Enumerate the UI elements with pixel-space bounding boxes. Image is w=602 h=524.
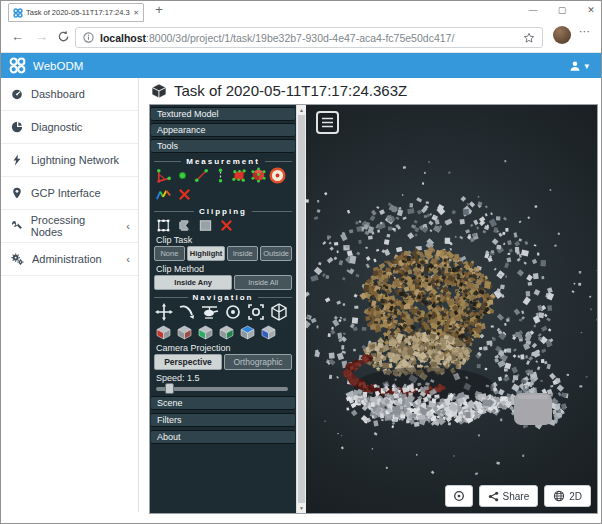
viewer-button-bar: Share 2D <box>445 485 591 507</box>
sidebar-item-label: Lightning Network <box>31 154 119 166</box>
map-2d-label: 2D <box>569 491 582 502</box>
clip-task-none-button[interactable]: None <box>154 246 185 261</box>
share-button[interactable]: Share <box>479 485 539 507</box>
maximize-button[interactable]: ▢ <box>554 2 570 18</box>
sidebar-item-label: Diagnostic <box>31 121 82 133</box>
submenu-chevron-icon: ‹ <box>126 253 130 265</box>
accordion-appearance[interactable]: Appearance <box>151 123 295 137</box>
accordion-textured-model[interactable]: Textured Model <box>151 107 295 121</box>
sidebar-item-administration[interactable]: Administration ‹ <box>1 243 138 276</box>
sidebar-item-dashboard[interactable]: Dashboard <box>1 78 138 111</box>
webodm-favicon-icon <box>13 8 23 18</box>
sidebar-item-label: GCP Interface <box>31 187 101 199</box>
profile-icon[interactable] <box>155 186 172 203</box>
accordion-about[interactable]: About <box>151 430 295 444</box>
view-right-cube-icon[interactable] <box>176 324 193 341</box>
point-measure-icon[interactable] <box>174 167 191 184</box>
measurement-tools-row2 <box>155 186 193 203</box>
view-back-cube-icon[interactable] <box>218 324 235 341</box>
volume-measure-icon[interactable] <box>250 167 267 184</box>
back-button[interactable]: ← <box>11 29 24 44</box>
gcp-marker-icon <box>11 187 23 199</box>
speed-slider-handle[interactable] <box>165 383 174 394</box>
speed-slider[interactable] <box>156 387 288 391</box>
sidebar-item-processing-nodes[interactable]: Processing Nodes ‹ <box>1 210 138 243</box>
sidebar-item-gcp-interface[interactable]: GCP Interface <box>1 177 138 210</box>
view-top-cube-icon[interactable] <box>239 324 256 341</box>
page-title: Task of 2020-05-11T17:17:24.363Z <box>151 82 407 99</box>
favorite-star-icon[interactable] <box>523 32 535 44</box>
move-tool-icon[interactable] <box>154 302 174 322</box>
distance-measure-icon[interactable] <box>193 167 210 184</box>
clip-method-label: Clip Method <box>156 264 204 274</box>
clip-remove-icon[interactable] <box>218 217 235 234</box>
browser-profile-avatar[interactable] <box>553 26 571 44</box>
url-host: localhost <box>100 32 146 44</box>
webodm-brand[interactable]: WebODM <box>1 57 83 74</box>
clip-method-inside-any-button[interactable]: Inside Any <box>154 275 232 290</box>
switch-2d-button[interactable]: 2D <box>544 485 591 507</box>
projection-perspective-button[interactable]: Perspective <box>154 354 222 370</box>
projection-orthographic-button[interactable]: Orthographic <box>224 354 292 370</box>
scrollbar-up-icon[interactable]: ▲ <box>297 107 306 113</box>
measurement-section-title: Measurement <box>154 157 292 166</box>
clipping-tools-row <box>155 217 235 234</box>
clip-task-label: Clip Task <box>156 235 192 245</box>
url-field[interactable]: localhost:8000/3d/project/1/task/19be32b… <box>75 27 543 48</box>
webodm-logo-icon <box>9 57 26 74</box>
clip-task-outside-button[interactable]: Outside <box>260 246 292 261</box>
user-menu[interactable]: ▾ <box>569 60 601 72</box>
clip-task-buttons: None Highlight Inside Outside <box>154 246 292 261</box>
camera-view-button[interactable] <box>445 485 473 507</box>
tab-close-icon[interactable]: ✕ <box>133 9 139 17</box>
page-info-icon[interactable] <box>83 32 94 43</box>
clip-method-inside-all-button[interactable]: Inside All <box>234 275 292 290</box>
url-path: :8000/3d/project/1/task/19be32b7-930d-4e… <box>146 32 454 44</box>
browser-tab[interactable]: Task of 2020-05-11T17:17:24.36 ✕ <box>8 3 144 22</box>
new-tab-button[interactable]: + <box>151 2 167 17</box>
viewer-menu-toggle[interactable] <box>316 111 339 134</box>
height-measure-icon[interactable] <box>212 167 229 184</box>
tab-title: Task of 2020-05-11T17:17:24.36 <box>26 8 130 17</box>
potree-container: Textured Model Appearance Tools Measurem… <box>149 104 598 514</box>
remove-measurements-icon[interactable] <box>176 186 193 203</box>
view-left-cube-icon[interactable] <box>155 324 172 341</box>
clip-plane-icon[interactable] <box>197 217 214 234</box>
helicopter-tool-icon[interactable] <box>200 302 220 322</box>
full-extent-icon[interactable] <box>269 302 289 322</box>
sidebar-item-diagnostic[interactable]: Diagnostic <box>1 111 138 144</box>
pointcloud-canvas[interactable] <box>306 105 597 513</box>
clip-polygon-icon[interactable] <box>176 217 193 234</box>
clip-task-inside-button[interactable]: Inside <box>227 246 258 261</box>
scrollbar-down-icon[interactable]: ▼ <box>297 505 306 511</box>
diagnostic-icon <box>11 121 23 133</box>
scrollbar-thumb[interactable] <box>298 115 305 503</box>
minimize-button[interactable]: — <box>525 2 541 18</box>
navigation-tools-row <box>154 302 289 322</box>
focus-tool-icon[interactable] <box>246 302 266 322</box>
angle-measure-icon[interactable] <box>155 167 172 184</box>
reload-icon[interactable] <box>57 30 70 43</box>
browser-menu-icon[interactable]: ⋯ <box>579 25 591 38</box>
sidebar-item-lightning-network[interactable]: Lightning Network <box>1 144 138 177</box>
accordion-scene[interactable]: Scene <box>151 396 295 410</box>
fly-tool-icon[interactable] <box>177 302 197 322</box>
accordion-tools[interactable]: Tools <box>151 139 295 153</box>
share-label: Share <box>503 491 530 502</box>
view-bottom-cube-icon[interactable] <box>260 324 277 341</box>
area-measure-icon[interactable] <box>231 167 248 184</box>
panel-scrollbar[interactable]: ▲ ▼ <box>296 105 306 513</box>
forward-button[interactable]: → <box>35 29 48 44</box>
circle-measure-icon[interactable] <box>269 167 286 184</box>
clip-task-highlight-button[interactable]: Highlight <box>187 246 226 261</box>
view-front-cube-icon[interactable] <box>197 324 214 341</box>
accordion-filters[interactable]: Filters <box>151 413 295 427</box>
clip-volume-icon[interactable] <box>155 217 172 234</box>
crosshair-icon <box>453 490 465 502</box>
render-area[interactable]: Share 2D <box>306 105 597 513</box>
gears-icon <box>11 253 24 266</box>
close-window-button[interactable]: ✕ <box>583 2 599 18</box>
task-title: Task of 2020-05-11T17:17:24.363Z <box>174 82 407 99</box>
caret-down-icon: ▾ <box>584 61 589 71</box>
orbit-tool-icon[interactable] <box>223 302 243 322</box>
